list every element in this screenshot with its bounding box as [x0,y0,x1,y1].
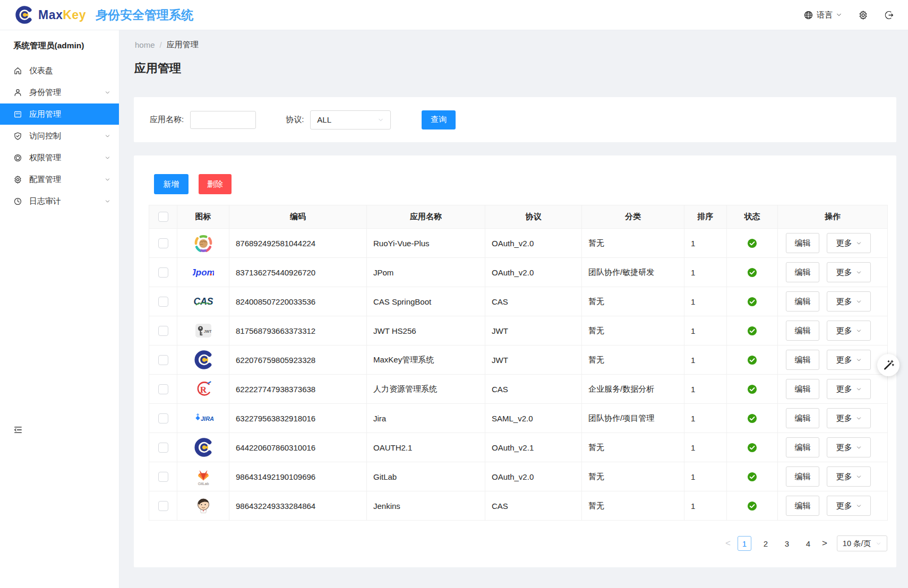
edit-button[interactable]: 编辑 [786,379,819,399]
page-size-value: 10 条/页 [843,539,871,549]
sidebar-item-权限管理[interactable]: 权限管理 [0,147,119,168]
breadcrumb-home[interactable]: home [135,40,155,49]
app-category-cell: 暂无 [582,491,684,521]
select-all-checkbox[interactable] [158,212,168,222]
sidebar-item-应用管理[interactable]: 应用管理 [0,103,119,125]
app-sort-cell: 1 [684,316,727,345]
app-name-input[interactable] [190,111,256,129]
language-switcher[interactable]: 语言 [803,10,842,20]
more-button[interactable]: 更多 [827,291,871,312]
row-checkbox[interactable] [158,472,168,482]
more-button[interactable]: 更多 [827,262,871,282]
sidebar-item-label: 日志审计 [29,196,105,206]
column-header: 操作 [778,205,888,229]
row-checkbox[interactable] [158,413,168,423]
page-number-3[interactable]: 3 [780,536,794,551]
page-number-4[interactable]: 4 [801,536,815,551]
theme-tool-button[interactable] [877,354,900,376]
maxkey-logo [193,437,214,458]
app-code-cell: 632279563832918016 [229,404,367,433]
delete-button[interactable]: 删除 [199,174,232,194]
more-button[interactable]: 更多 [827,233,871,253]
more-button-label: 更多 [836,267,852,278]
more-button-label: 更多 [836,501,852,511]
status-enabled-icon [747,472,757,482]
app-sort-cell: 1 [684,433,727,462]
menu-fold-icon[interactable] [13,425,23,435]
more-button[interactable]: 更多 [827,408,871,428]
edit-button[interactable]: 编辑 [786,350,819,370]
status-enabled-icon [747,355,757,365]
protocol-label: 协议: [286,115,304,125]
column-header: 分类 [582,205,684,229]
row-checkbox[interactable] [158,384,168,394]
status-enabled-icon [747,238,757,248]
chevron-down-icon [378,117,384,123]
sidebar-item-label: 应用管理 [29,109,110,119]
chevron-down-icon [105,198,110,204]
edit-button[interactable]: 编辑 [786,291,819,312]
page-number-1[interactable]: 1 [738,536,751,551]
sidebar-item-label: 身份管理 [29,88,105,98]
sidebar-item-日志审计[interactable]: 日志审计 [0,191,119,212]
app-code-cell: 622076759805923328 [229,345,367,375]
app-protocol-cell: JWT [485,345,582,375]
chevron-down-icon [856,445,862,451]
breadcrumb-separator: / [160,40,162,49]
more-button-label: 更多 [836,472,852,482]
row-checkbox[interactable] [158,355,168,365]
app-name-label: 应用名称: [150,115,184,125]
edit-button[interactable]: 编辑 [786,233,819,253]
add-button[interactable]: 新增 [154,174,189,194]
app-name-cell: RuoYi-Vue-Plus [367,229,485,258]
app-category-cell: 暂无 [582,433,684,462]
more-button-label: 更多 [836,355,852,365]
chevron-down-icon [856,240,862,246]
row-checkbox[interactable] [158,297,168,307]
globe-icon [803,10,813,20]
page-size-select[interactable]: 10 条/页 [837,535,887,551]
edit-button[interactable]: 编辑 [786,321,819,341]
next-page-icon[interactable]: > [819,538,830,549]
search-button[interactable]: 查询 [422,110,456,129]
more-button[interactable]: 更多 [827,350,871,370]
more-button[interactable]: 更多 [827,379,871,399]
app-code-cell: 644220607860310016 [229,433,367,462]
row-checkbox[interactable] [158,501,168,511]
row-checkbox[interactable] [158,326,168,336]
row-checkbox[interactable] [158,238,168,248]
row-checkbox[interactable] [158,267,168,278]
svg-text:JWT: JWT [204,330,212,333]
sidebar-item-身份管理[interactable]: 身份管理 [0,82,119,103]
protocol-select[interactable]: ALL [310,110,391,129]
app-name-cell: 人力资源管理系统 [367,375,485,404]
more-button[interactable]: 更多 [827,496,871,516]
more-button[interactable]: 更多 [827,466,871,487]
table-row: JWT 817568793663373312 JWT HS256 JWT 暂无 … [149,316,888,345]
column-header: 应用名称 [367,205,485,229]
row-checkbox[interactable] [158,443,168,453]
audit-icon [13,197,22,206]
edit-button[interactable]: 编辑 [786,466,819,487]
edit-button[interactable]: 编辑 [786,408,819,428]
more-button[interactable]: 更多 [827,321,871,341]
prev-page-icon[interactable]: < [722,538,734,549]
sidebar-item-仪表盘[interactable]: 仪表盘 [0,60,119,81]
edit-button[interactable]: 编辑 [786,437,819,457]
app-name-cell: CAS SpringBoot [367,287,485,316]
chevron-down-icon [856,386,862,392]
more-button-label: 更多 [836,326,852,336]
more-button[interactable]: 更多 [827,437,871,457]
logout-icon[interactable] [884,10,894,20]
app-category-cell: 暂无 [582,462,684,491]
more-button-label: 更多 [836,238,852,248]
jenkins-logo [193,495,214,516]
settings-gear-icon[interactable] [858,10,868,20]
edit-button[interactable]: 编辑 [786,262,819,282]
breadcrumb-current: 应用管理 [167,40,199,50]
sidebar-item-配置管理[interactable]: 配置管理 [0,169,119,190]
chevron-down-icon [105,177,110,183]
page-number-2[interactable]: 2 [759,536,773,551]
edit-button[interactable]: 编辑 [786,496,819,516]
sidebar-item-访问控制[interactable]: 访问控制 [0,125,119,146]
